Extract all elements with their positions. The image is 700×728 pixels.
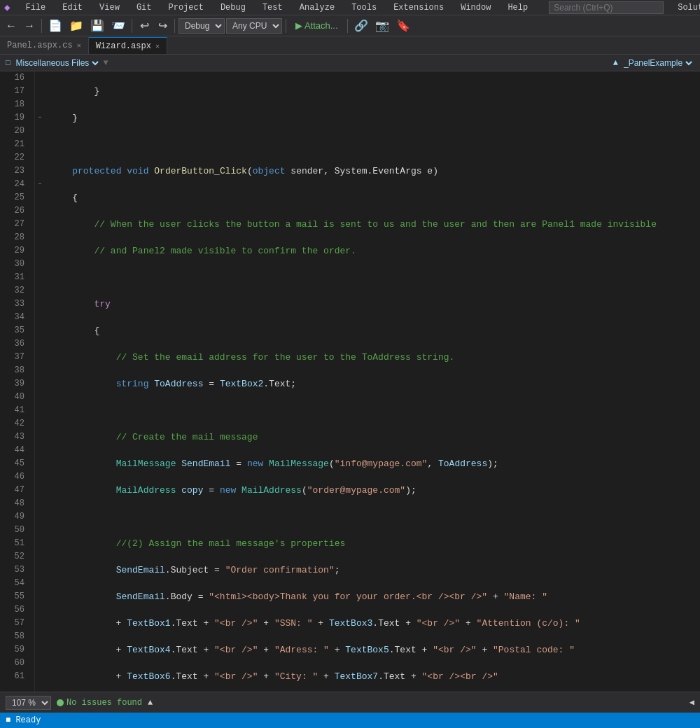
- menu-help[interactable]: Help: [503, 1, 532, 14]
- search-input[interactable]: [549, 1, 664, 14]
- code-line-25: {: [50, 324, 700, 337]
- code-line-16: }: [50, 85, 700, 98]
- code-line-19: protected void OrderButton_Click(object …: [50, 164, 700, 178]
- save-all-btn[interactable]: 📨: [108, 17, 128, 35]
- menu-edit[interactable]: Edit: [58, 1, 87, 14]
- code-line-21: // When the user clicks the button a mai…: [50, 218, 700, 231]
- code-line-23: [50, 271, 700, 284]
- breadcrumb-left-select[interactable]: Miscellaneous Files: [13, 57, 101, 69]
- undo-btn[interactable]: ↩: [136, 17, 153, 35]
- collapse-column[interactable]: − −: [35, 71, 45, 692]
- code-line-35: SendEmail.Body = "<html><body>Thank you …: [50, 590, 700, 603]
- menu-view[interactable]: View: [95, 1, 124, 14]
- code-line-33: //(2) Assign the mail message's properti…: [50, 537, 700, 550]
- line-numbers: 16 17 18 19 20 21 22 23 24 25 26 27 28 2…: [0, 71, 35, 692]
- forward-btn[interactable]: →: [21, 17, 38, 35]
- menu-debug[interactable]: Debug: [216, 1, 250, 14]
- code-line-27: string ToAddress = TextBox2.Text;: [50, 377, 700, 391]
- open-btn[interactable]: 📁: [66, 17, 86, 35]
- vs-logo: ◆: [4, 1, 10, 13]
- redo-btn[interactable]: ↪: [154, 17, 171, 35]
- code-line-18: [50, 138, 700, 151]
- breadcrumb-right-select[interactable]: _PanelExample: [621, 57, 694, 69]
- code-line-24: try: [50, 298, 700, 311]
- code-line-17: }: [50, 111, 700, 125]
- code-line-31: MailAddress copy = new MailAddress("orde…: [50, 484, 700, 497]
- toolbar: ← → 📄 📁 💾 📨 ↩ ↪ Debug Any CPU ▶ Attach..…: [0, 15, 700, 36]
- titlebar: ◆ File Edit View Git Project Debug Test …: [0, 0, 700, 15]
- code-line-34: SendEmail.Subject = "Order confirmation"…: [50, 564, 700, 577]
- code-area[interactable]: 16 17 18 19 20 21 22 23 24 25 26 27 28 2…: [0, 71, 700, 692]
- close-tab-wizard[interactable]: ✕: [155, 42, 160, 50]
- menu-project[interactable]: Project: [164, 1, 207, 14]
- menu-window[interactable]: Window: [456, 1, 495, 14]
- run-btn[interactable]: ▶ Attach...: [290, 19, 344, 32]
- tab-wizard-aspx[interactable]: Wizard.aspx ✕: [89, 37, 167, 54]
- platform-dropdown[interactable]: Any CPU: [226, 18, 282, 34]
- new-file-btn[interactable]: 📄: [46, 17, 65, 35]
- tab-label-wizard: Wizard.aspx: [96, 41, 151, 51]
- code-line-20: {: [50, 191, 700, 204]
- menu-git[interactable]: Git: [132, 1, 156, 14]
- code-line-22: // and Panel2 made visible to confirm th…: [50, 244, 700, 258]
- code-line-37: + TextBox4.Text + "<br />" + "Adress: " …: [50, 643, 700, 657]
- code-line-29: // Create the mail message: [50, 430, 700, 444]
- breadcrumb-sep: ▼: [104, 58, 108, 68]
- menu-test[interactable]: Test: [258, 1, 287, 14]
- solution-name: Solution1: [672, 3, 700, 13]
- code-line-36: + TextBox1.Text + "<br />" + "SSN: " + T…: [50, 617, 700, 630]
- code-line-28: [50, 404, 700, 417]
- menu-extensions[interactable]: Extensions: [389, 1, 448, 14]
- breadcrumb-icon2: ▲: [613, 58, 618, 68]
- code-line-38: + TextBox6.Text + "<br />" + "City: " + …: [50, 670, 700, 683]
- tab-panel-aspx-cs[interactable]: Panel.aspx.cs ✕: [0, 37, 89, 54]
- config-dropdown[interactable]: Debug: [178, 18, 225, 34]
- close-tab-panel[interactable]: ✕: [77, 41, 81, 50]
- screenshot-btn[interactable]: 📷: [372, 17, 392, 35]
- menu-file[interactable]: File: [21, 1, 50, 14]
- back-btn[interactable]: ←: [3, 17, 20, 35]
- tab-label: Panel.aspx.cs: [7, 41, 73, 50]
- code-line-26: // Set the email address for the user to…: [50, 351, 700, 364]
- code-content[interactable]: } } protected void OrderButton_Click(obj…: [45, 71, 700, 692]
- breadcrumb: □ Miscellaneous Files ▼ ▲ _PanelExample: [0, 55, 700, 71]
- code-line-30: MailMessage SendEmail = new MailMessage(…: [50, 457, 700, 470]
- live-share-btn[interactable]: 🔗: [351, 17, 371, 35]
- save-btn[interactable]: 💾: [88, 17, 107, 35]
- breadcrumb-icon: □: [6, 59, 10, 67]
- bookmark-btn[interactable]: 🔖: [393, 17, 413, 35]
- tabbar: Panel.aspx.cs ✕ Wizard.aspx ✕: [0, 36, 700, 55]
- menu-tools[interactable]: Tools: [347, 1, 381, 14]
- code-line-32: [50, 510, 700, 524]
- menu-analyze[interactable]: Analyze: [295, 1, 339, 14]
